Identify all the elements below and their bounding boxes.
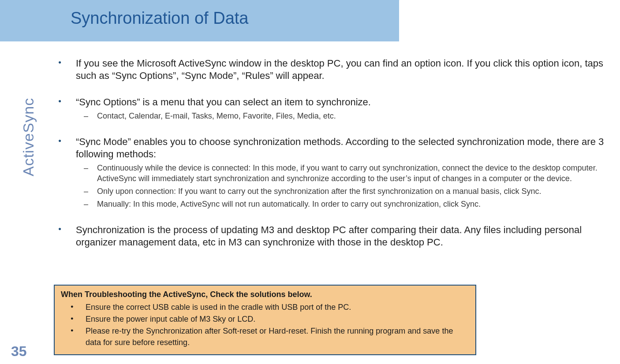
- sub-list: Contact, Calendar, E-mail, Tasks, Memo, …: [76, 111, 614, 121]
- sub-item: Manually: In this mode, ActiveSync will …: [76, 199, 614, 209]
- troubleshoot-item: Ensure the correct USB cable is used in …: [61, 302, 469, 313]
- troubleshoot-list: Ensure the correct USB cable is used in …: [61, 302, 469, 348]
- bullet-text: “Sync Mode” enables you to choose synchr…: [76, 136, 604, 160]
- sub-list: Continuously while the device is connect…: [76, 163, 614, 210]
- bullet-text: “Sync Options” is a menu that you can se…: [76, 97, 371, 108]
- sub-item: Continuously while the device is connect…: [76, 163, 614, 184]
- bullet-list: If you see the Microsoft ActiveSync wind…: [54, 57, 614, 263]
- slide-title: Synchronization of Data: [71, 9, 248, 28]
- troubleshoot-box: When Troubleshooting the ActiveSync, Che…: [54, 285, 476, 355]
- section-label: ActiveSync: [20, 98, 37, 176]
- bullet-item: “Sync Options” is a menu that you can se…: [54, 96, 614, 122]
- page-number: 35: [11, 343, 27, 360]
- bullet-text: Synchronization is the process of updati…: [76, 224, 582, 248]
- bullet-item: If you see the Microsoft ActiveSync wind…: [54, 57, 614, 82]
- bullet-item: Synchronization is the process of updati…: [54, 224, 614, 249]
- troubleshoot-item: Please re-try the Synchronization after …: [61, 326, 469, 348]
- troubleshoot-item: Ensure the power input cable of M3 Sky o…: [61, 314, 469, 325]
- troubleshoot-heading: When Troubleshooting the ActiveSync, Che…: [61, 290, 469, 299]
- sub-item: Contact, Calendar, E-mail, Tasks, Memo, …: [76, 111, 614, 121]
- bullet-item: “Sync Mode” enables you to choose synchr…: [54, 136, 614, 210]
- bullet-text: If you see the Microsoft ActiveSync wind…: [76, 58, 603, 81]
- slide: Synchronization of Data ActiveSync 35 If…: [0, 0, 620, 364]
- header-curve-icon: [335, 0, 401, 41]
- sub-item: Only upon connection: If you want to car…: [76, 186, 614, 197]
